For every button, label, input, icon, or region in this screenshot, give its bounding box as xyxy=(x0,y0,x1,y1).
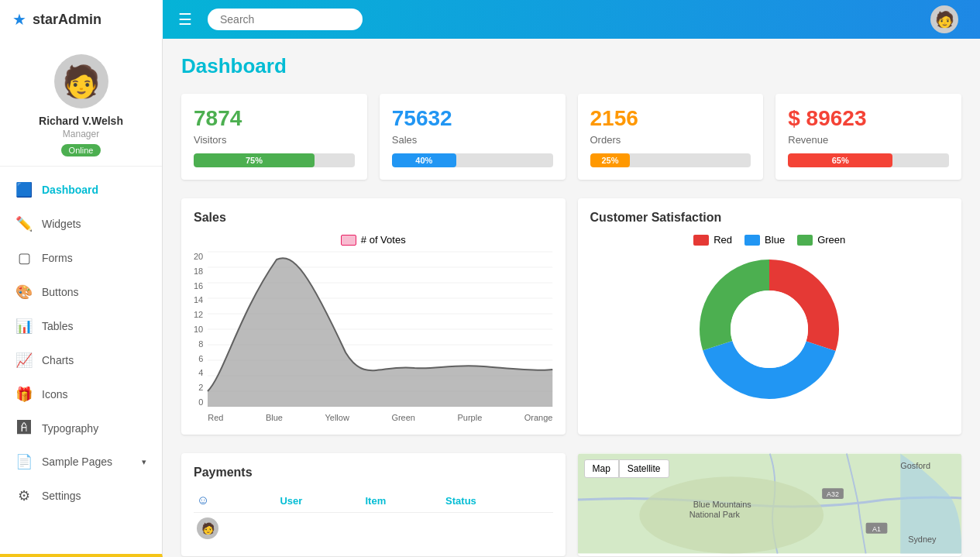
map-controls: Map Satellite xyxy=(584,459,669,478)
sidebar-item-label: Tables xyxy=(42,320,73,332)
sidebar-item-label: Typography xyxy=(42,422,98,435)
legend-green-label: Green xyxy=(817,234,845,246)
donut-svg xyxy=(692,252,847,407)
sidebar-item-label: Settings xyxy=(42,490,81,502)
col-item: Item xyxy=(363,489,443,513)
sidebar-item-typography[interactable]: 🅰 Typography xyxy=(0,411,162,445)
stat-value-revenue: $ 89623 xyxy=(788,106,949,131)
map-button[interactable]: Map xyxy=(584,459,619,478)
avatar[interactable]: 🧑 xyxy=(930,5,958,33)
stat-label-revenue: Revenue xyxy=(788,134,949,146)
sidebar: 🧑 Richard V.Welsh Manager Online 🟦 Dashb… xyxy=(0,39,163,557)
expand-arrow: ▾ xyxy=(142,457,146,467)
satisfaction-chart-title: Customer Satisfaction xyxy=(590,211,950,225)
main-layout: 🧑 Richard V.Welsh Manager Online 🟦 Dashb… xyxy=(0,39,980,557)
sidebar-item-forms[interactable]: ▢ Forms xyxy=(0,241,162,275)
table-row: 🧑 xyxy=(194,513,553,545)
row-user xyxy=(277,513,362,545)
typography-icon: 🅰 xyxy=(15,420,33,436)
payments-title: Payments xyxy=(194,466,553,480)
area-fill xyxy=(208,258,552,407)
row-item xyxy=(363,513,443,545)
sales-chart-legend: # of Votes xyxy=(194,234,553,246)
charts-icon: 📈 xyxy=(15,352,33,369)
stat-value-visitors: 7874 xyxy=(194,106,355,131)
sidebar-item-widgets[interactable]: ✏️ Widgets xyxy=(0,207,162,241)
profile-role: Manager xyxy=(63,129,99,139)
sidebar-item-label: Buttons xyxy=(42,286,78,298)
icons-icon: 🎁 xyxy=(15,386,33,403)
col-icon: ☺ xyxy=(194,489,277,513)
stat-value-orders: 2156 xyxy=(590,106,751,131)
stat-label-visitors: Visitors xyxy=(194,134,355,146)
sidebar-item-icons[interactable]: 🎁 Icons xyxy=(0,377,162,411)
sidebar-item-charts[interactable]: 📈 Charts xyxy=(0,343,162,377)
legend-blue: Blue xyxy=(744,234,785,246)
hamburger-button[interactable]: ☰ xyxy=(172,7,198,32)
sample-pages-icon: 📄 xyxy=(15,453,33,470)
svg-text:National Park: National Park xyxy=(689,510,740,519)
progress-bar-sales: 40% xyxy=(392,153,553,167)
stat-label-orders: Orders xyxy=(590,134,751,146)
area-chart-wrap: 2018161412 1086420 xyxy=(194,252,553,422)
buttons-icon: 🎨 xyxy=(15,284,33,301)
legend-blue-dot xyxy=(744,235,760,246)
chart-area: RedBlueYellowGreenPurpleOrange xyxy=(208,252,552,422)
legend-votes: # of Votes xyxy=(341,234,406,246)
bottom-row: Payments ☺ User Item Status xyxy=(181,453,961,556)
sidebar-item-label: Charts xyxy=(42,354,74,366)
stat-card-sales: 75632 Sales 40% xyxy=(380,94,566,180)
widgets-icon: ✏️ xyxy=(15,215,33,232)
dashboard-icon: 🟦 xyxy=(15,181,33,198)
legend-votes-label: # of Votes xyxy=(361,234,406,246)
sidebar-item-sample-pages[interactable]: 📄 Sample Pages ▾ xyxy=(0,445,162,479)
sales-svg xyxy=(208,252,552,407)
progress-bar-orders: 25% xyxy=(590,153,751,167)
payments-header-row: ☺ User Item Status xyxy=(194,489,553,513)
status-badge: Online xyxy=(61,144,101,156)
sales-chart-title: Sales xyxy=(194,211,553,225)
tables-icon: 📊 xyxy=(15,318,33,335)
donut-wrap xyxy=(590,252,950,407)
sidebar-item-label: Forms xyxy=(42,252,73,264)
satellite-button[interactable]: Satellite xyxy=(619,459,669,478)
sidebar-nav: 🟦 Dashboard ✏️ Widgets ▢ Forms 🎨 Buttons… xyxy=(0,167,162,519)
sidebar-item-dashboard[interactable]: 🟦 Dashboard xyxy=(0,173,162,207)
stat-value-sales: 75632 xyxy=(392,106,553,131)
progress-bar-visitors: 75% xyxy=(194,153,355,167)
row-avatar: 🧑 xyxy=(194,513,277,545)
svg-text:A1: A1 xyxy=(872,525,881,533)
stat-label-sales: Sales xyxy=(392,134,553,146)
map-card: Map Satellite Blue Mountains Nati xyxy=(578,453,962,556)
legend-green: Green xyxy=(797,234,845,246)
satisfaction-legend: Red Blue Green xyxy=(590,234,950,246)
stat-card-orders: 2156 Orders 25% xyxy=(578,94,764,180)
sidebar-item-tables[interactable]: 📊 Tables xyxy=(0,309,162,343)
payments-card: Payments ☺ User Item Status xyxy=(181,453,566,556)
sidebar-item-label: Icons xyxy=(42,388,67,401)
progress-fill-revenue: 65% xyxy=(788,153,892,167)
search-input[interactable] xyxy=(208,9,363,30)
sales-chart-card: Sales # of Votes 2018161412 1086420 xyxy=(181,198,566,435)
y-axis: 2018161412 1086420 xyxy=(194,252,208,422)
stat-card-revenue: $ 89623 Revenue 65% xyxy=(775,94,961,180)
charts-row: Sales # of Votes 2018161412 1086420 xyxy=(181,198,961,435)
sidebar-item-settings[interactable]: ⚙ Settings xyxy=(0,479,162,513)
legend-blue-label: Blue xyxy=(765,234,785,246)
legend-votes-dot xyxy=(341,235,356,246)
legend-red-label: Red xyxy=(714,234,732,246)
sidebar-item-label: Dashboard xyxy=(42,184,98,196)
svg-text:Gosford: Gosford xyxy=(900,461,930,470)
progress-bar-revenue: 65% xyxy=(788,153,949,167)
progress-fill-visitors: 75% xyxy=(194,153,315,167)
star-icon: ★ xyxy=(12,10,26,29)
svg-text:A32: A32 xyxy=(827,490,839,498)
satisfaction-chart-card: Customer Satisfaction Red Blue Green xyxy=(578,198,962,435)
progress-fill-sales: 40% xyxy=(392,153,456,167)
page-title: Dashboard xyxy=(181,54,961,78)
sidebar-item-label: Sample Pages xyxy=(42,456,112,468)
sidebar-item-buttons[interactable]: 🎨 Buttons xyxy=(0,275,162,309)
profile-avatar: 🧑 xyxy=(54,54,108,108)
main-content: Dashboard 7874 Visitors 75% 75632 Sales … xyxy=(163,39,980,557)
profile-name: Richard V.Welsh xyxy=(39,115,123,127)
